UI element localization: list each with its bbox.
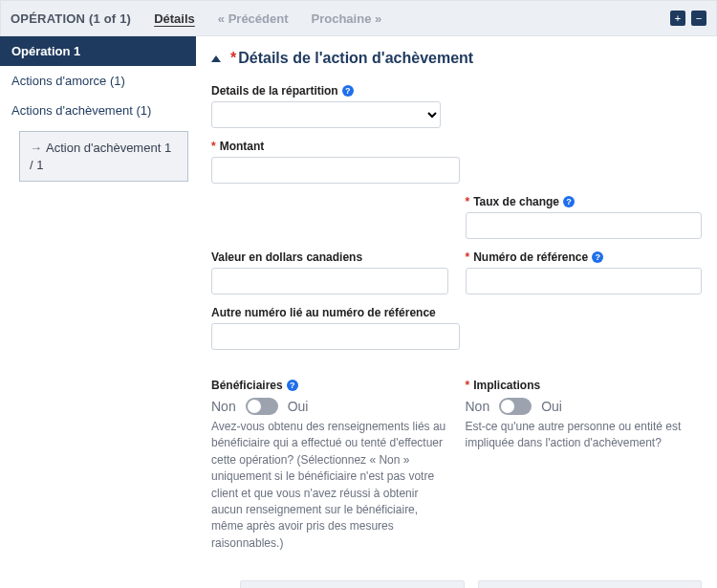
beneficiaries-no: Non <box>211 399 236 414</box>
add-operation-button[interactable]: + <box>670 11 685 26</box>
nav-previous-label: Précédent <box>228 11 289 26</box>
sidebar-item-operation-1[interactable]: Opération 1 <box>0 36 196 66</box>
arrow-right-icon: → <box>30 141 42 155</box>
header-actions: + − <box>670 11 706 26</box>
remove-operation-button[interactable]: − <box>691 11 706 26</box>
tab-details[interactable]: Détails <box>154 11 195 26</box>
main-content: *Détails de l'action d'achèvement Detail… <box>196 36 717 588</box>
other-ref-input[interactable] <box>211 323 460 350</box>
field-amount: *Montant <box>211 140 460 184</box>
nav-next-label: Prochaine <box>312 11 372 26</box>
sidebar-current-action[interactable]: →Action d'achèvement 1 / 1 <box>19 131 188 182</box>
label-reference: *Numéro de référence ? <box>466 250 703 264</box>
sidebar-item-start-actions[interactable]: Actions d'amorce (1) <box>0 66 196 96</box>
implications-yes: Oui <box>541 399 562 414</box>
beneficiaries-toggle[interactable] <box>246 398 278 415</box>
label-implications: *Implications <box>466 379 703 392</box>
sidebar: Opération 1 Actions d'amorce (1) Actions… <box>0 36 196 182</box>
field-exchange: *Taux de change ? <box>466 195 703 239</box>
distribution-select[interactable] <box>211 101 441 128</box>
section-title: *Détails de l'action d'achèvement <box>230 50 473 67</box>
sidebar-current-action-label: Action d'achèvement 1 / 1 <box>30 141 171 172</box>
chevron-up-icon <box>211 55 221 62</box>
add-completion-button[interactable]: + Ajouter une action d'achèvement <box>240 580 465 588</box>
help-icon[interactable]: ? <box>563 196 575 207</box>
implications-toggle[interactable] <box>499 398 532 415</box>
section-header[interactable]: *Détails de l'action d'achèvement <box>211 46 702 73</box>
help-icon[interactable]: ? <box>592 251 603 263</box>
field-other-ref: Autre numéro lié au numéro de référence <box>211 306 460 350</box>
chevron-left-icon: « <box>218 11 225 26</box>
implications-block: *Implications Non Oui Est-ce qu'une autr… <box>466 379 703 552</box>
beneficiaries-help: Avez-vous obtenu des renseignements liés… <box>211 419 448 552</box>
footer-buttons: + Ajouter une action d'achèvement × Supp… <box>211 580 702 588</box>
beneficiaries-yes: Oui <box>288 399 309 414</box>
minus-icon: − <box>696 13 702 24</box>
amount-input[interactable] <box>211 157 460 184</box>
cad-value-input[interactable] <box>211 268 448 294</box>
label-beneficiaries: Bénéficiaires ? <box>211 379 448 392</box>
help-icon[interactable]: ? <box>287 380 298 391</box>
header-title: OPÉRATION (1 of 1) <box>11 11 131 26</box>
reference-input[interactable] <box>466 268 703 294</box>
help-icon[interactable]: ? <box>342 85 354 97</box>
sidebar-item-completion-actions[interactable]: Actions d'achèvement (1) <box>0 96 196 125</box>
nav-previous[interactable]: « Précédent <box>218 11 289 26</box>
nav-next[interactable]: Prochaine » <box>312 11 382 26</box>
header-bar: OPÉRATION (1 of 1) Détails « Précédent P… <box>0 0 717 36</box>
chevron-right-icon: » <box>375 11 381 26</box>
label-exchange: *Taux de change ? <box>466 195 703 208</box>
label-other-ref: Autre numéro lié au numéro de référence <box>211 306 460 319</box>
exchange-input[interactable] <box>466 212 703 239</box>
delete-completion-button[interactable]: × Supprimer l'action d'achèvement <box>478 580 702 588</box>
beneficiaries-block: Bénéficiaires ? Non Oui Avez-vous obtenu… <box>211 379 448 552</box>
field-distribution: Details de la répartition ? <box>211 84 702 128</box>
label-amount: *Montant <box>211 140 460 153</box>
field-cad-value: Valeur en dollars canadiens <box>211 250 448 294</box>
field-reference: *Numéro de référence ? <box>466 250 703 294</box>
implications-no: Non <box>466 399 490 414</box>
plus-icon: + <box>675 13 681 24</box>
implications-help: Est-ce qu'une autre personne ou entité e… <box>466 419 703 452</box>
label-distribution: Details de la répartition ? <box>211 84 702 98</box>
label-cad-value: Valeur en dollars canadiens <box>211 250 448 264</box>
